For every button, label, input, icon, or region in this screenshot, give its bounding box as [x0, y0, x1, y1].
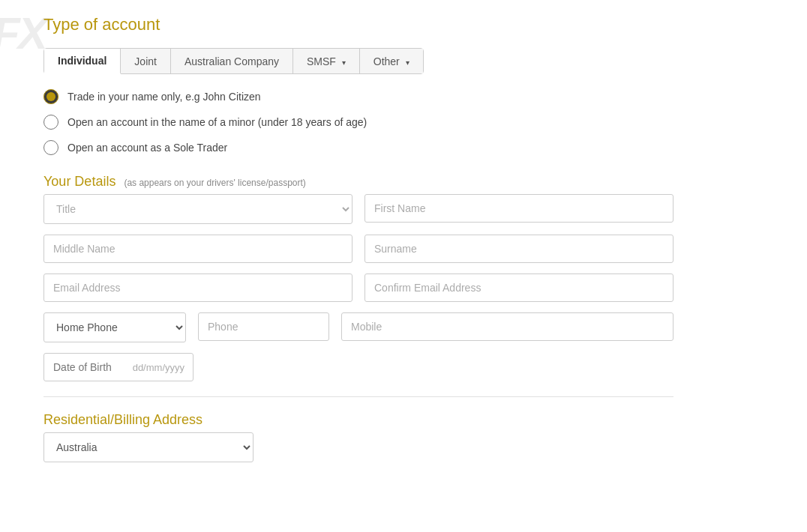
phone-type-field: Home Phone Work Phone Other: [44, 312, 186, 342]
phone-type-select[interactable]: Home Phone Work Phone Other: [44, 312, 186, 342]
account-radio-group: Trade in your name only, e.g John Citize…: [44, 89, 674, 155]
tab-australian-company[interactable]: Australian Company: [171, 49, 293, 73]
dob-row: dd/mm/yyyy: [44, 353, 674, 381]
page-title: Type of account: [44, 15, 674, 34]
country-select[interactable]: Australia United States United Kingdom N…: [44, 432, 254, 462]
firstname-field: [364, 194, 674, 224]
your-details-section: Your Details (as appears on your drivers…: [44, 174, 674, 381]
tab-individual[interactable]: Individual: [44, 49, 121, 74]
middlename-input[interactable]: [44, 235, 352, 263]
dob-input[interactable]: [44, 353, 194, 381]
email-field: [44, 273, 352, 302]
country-row: Australia United States United Kingdom N…: [44, 432, 674, 462]
surname-field: [364, 235, 674, 263]
other-dropdown-arrow: ▾: [406, 58, 410, 67]
firstname-input[interactable]: [364, 194, 674, 223]
email-input[interactable]: [44, 273, 352, 302]
tab-other[interactable]: Other ▾: [360, 49, 423, 73]
dob-field: dd/mm/yyyy: [44, 353, 194, 381]
main-content: Type of account Individual Joint Austral…: [21, 0, 696, 477]
residential-address-section: Residential/Billing Address Australia Un…: [44, 412, 674, 462]
title-field: Title Mr Mrs Ms Dr Prof: [44, 194, 352, 224]
mobile-input[interactable]: [341, 312, 674, 341]
country-field: Australia United States United Kingdom N…: [44, 432, 254, 462]
radio-item-trade-name[interactable]: Trade in your name only, e.g John Citize…: [44, 89, 674, 104]
your-details-title: Your Details (as appears on your drivers…: [44, 174, 674, 190]
title-select[interactable]: Title Mr Mrs Ms Dr Prof: [44, 194, 352, 224]
surname-input[interactable]: [364, 235, 674, 263]
phone-number-input[interactable]: [198, 312, 329, 341]
radio-trade-name-label: Trade in your name only, e.g John Citize…: [68, 91, 261, 103]
radio-trade-name[interactable]: [44, 89, 58, 104]
middlename-surname-row: [44, 235, 674, 263]
tab-smsf[interactable]: SMSF ▾: [293, 49, 360, 73]
radio-sole-trader[interactable]: [44, 140, 58, 155]
your-details-subtitle: (as appears on your drivers' license/pas…: [124, 178, 305, 188]
residential-address-title: Residential/Billing Address: [44, 412, 674, 428]
phone-row: Home Phone Work Phone Other: [44, 312, 674, 342]
confirm-email-field: [364, 273, 674, 302]
radio-minor[interactable]: [44, 115, 58, 130]
smsf-dropdown-arrow: ▾: [342, 58, 346, 67]
radio-item-minor[interactable]: Open an account in the name of a minor (…: [44, 115, 674, 130]
tab-joint[interactable]: Joint: [121, 49, 171, 73]
radio-sole-trader-label: Open an account as a Sole Trader: [68, 142, 227, 154]
radio-item-sole-trader[interactable]: Open an account as a Sole Trader: [44, 140, 674, 155]
email-row: [44, 273, 674, 302]
middlename-field: [44, 235, 352, 263]
radio-minor-label: Open an account in the name of a minor (…: [68, 116, 367, 128]
title-firstname-row: Title Mr Mrs Ms Dr Prof: [44, 194, 674, 224]
section-divider: [44, 396, 674, 397]
phone-number-field: [198, 312, 329, 342]
account-type-tabs: Individual Joint Australian Company SMSF…: [44, 48, 424, 74]
confirm-email-input[interactable]: [364, 273, 674, 302]
mobile-field: [341, 312, 674, 342]
